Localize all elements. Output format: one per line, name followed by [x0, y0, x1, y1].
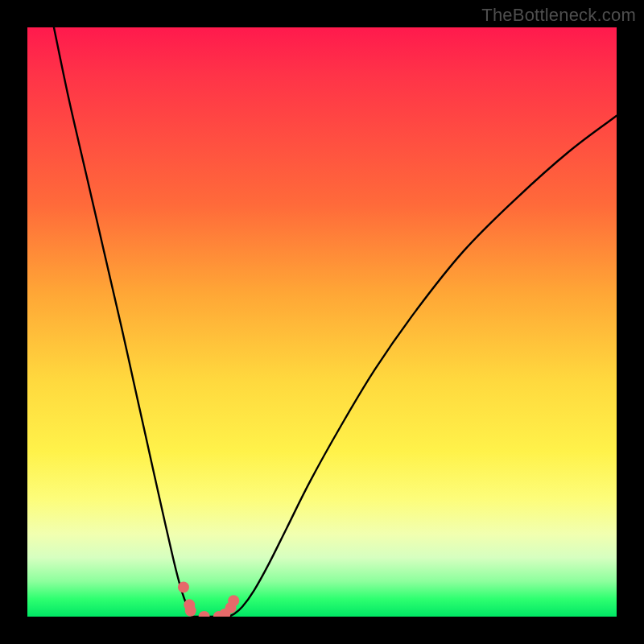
cusp-marker — [228, 595, 239, 606]
cusp-markers — [178, 581, 239, 617]
cusp-marker — [199, 611, 210, 617]
cusp-marker — [185, 605, 196, 617]
cusp-marker — [178, 581, 189, 592]
bottleneck-curve — [54, 27, 617, 617]
bottleneck-curve-svg — [27, 27, 617, 617]
watermark-text: TheBottleneck.com — [481, 5, 636, 26]
plot-area — [27, 27, 617, 617]
chart-frame: TheBottleneck.com — [0, 0, 644, 644]
